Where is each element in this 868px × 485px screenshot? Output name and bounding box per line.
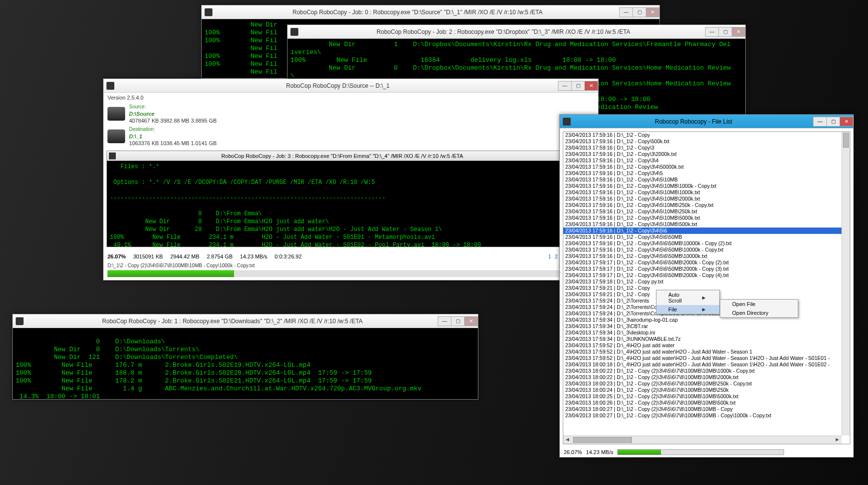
list-item[interactable]: 23/04/2013 18:00:22 | D:\_1\2 - Copy (2)… xyxy=(563,368,850,374)
close-button[interactable]: ✕ xyxy=(584,81,598,91)
list-item[interactable]: 23/04/2013 18:00:25 | D:\_1\2 - Copy (2)… xyxy=(563,393,850,400)
list-item[interactable]: 23/04/2013 18:00:22 | D:\_1\2 - Copy (2)… xyxy=(563,374,850,381)
titlebar-job1[interactable]: RoboCop RoboCopy - Job: 1 : Robocopy.exe… xyxy=(13,314,478,328)
scroll-right-icon[interactable]: ▶ xyxy=(833,436,842,444)
list-item[interactable]: 23/04/2013 18:00:23 | D:\_1\2 - Copy (2)… xyxy=(563,381,850,387)
list-item[interactable]: 23/04/2013 17:59:16 | D:\_1\2 - Copy\3\4… xyxy=(563,170,850,177)
menu-auto-scroll[interactable]: Auto Scroll ▶ xyxy=(657,290,719,305)
list-item[interactable]: 23/04/2013 17:59:16 | D:\_1\2 - Copy\3\4… xyxy=(563,208,850,215)
titlebar-filelist[interactable]: Robocop Robocopy - File List — ▢ ✕ xyxy=(560,115,853,128)
close-button[interactable]: ✕ xyxy=(840,117,853,127)
source-row: Source: D:\Source 4078467 KB 3982.88 MB … xyxy=(104,102,598,125)
list-item[interactable]: 23/04/2013 18:00:24 | D:\_1\2 - Copy (2)… xyxy=(563,387,850,393)
scroll-left-icon[interactable]: ◀ xyxy=(563,436,572,444)
list-item[interactable]: 23/04/2013 17:59:34 | D:\_3\UNKNOWABLE.t… xyxy=(563,336,850,342)
stat-kb: 3015091 KB xyxy=(133,254,163,259)
close-button[interactable]: ✕ xyxy=(646,7,659,17)
minimize-button[interactable]: — xyxy=(705,27,719,37)
stat-rate: 14.23 MB/s xyxy=(240,254,267,259)
titlebar-job0[interactable]: RoboCop RoboCopy - Job: 0 : Robocopy.exe… xyxy=(202,5,659,19)
list-item[interactable]: 23/04/2013 17:59:16 | D:\_1\2 - Copy\3\4… xyxy=(563,164,850,170)
list-item[interactable]: 23/04/2013 17:59:16 | D:\_1\2 - Copy\3\4… xyxy=(563,247,850,253)
list-item[interactable]: 23/04/2013 17:59:16 | D:\_1\2 - Copy\3\4… xyxy=(563,215,850,221)
list-item[interactable]: 23/04/2013 17:59:34 | D:\_3\desktop.ini xyxy=(563,330,850,336)
console-icon xyxy=(205,8,212,16)
maximize-button[interactable]: ▢ xyxy=(826,117,840,127)
list-item[interactable]: 23/04/2013 17:59:16 | D:\_1\2 - Copy\3 xyxy=(563,145,850,151)
submenu-arrow-icon: ▶ xyxy=(702,295,706,300)
list-item[interactable]: 23/04/2013 17:59:16 | D:\_1\2 - Copy\3\4… xyxy=(563,177,850,183)
list-item[interactable]: 23/04/2013 18:00:26 | D:\_1\2 - Copy (2)… xyxy=(563,400,850,406)
source-path: D:\Source xyxy=(129,110,217,117)
source-header: Source: xyxy=(129,103,217,110)
list-item[interactable]: 23/04/2013 18:00:18 | D:\_4\H2O just add… xyxy=(563,361,850,368)
list-item[interactable]: 23/04/2013 17:59:16 | D:\_1\2 - Copy\3\4… xyxy=(563,253,850,259)
drive-icon xyxy=(107,107,125,121)
minimize-button[interactable]: — xyxy=(438,316,451,326)
maximize-button[interactable]: ▢ xyxy=(451,316,465,326)
list-item[interactable]: 23/04/2013 17:59:16 | D:\_1\2 - Copy\3\4… xyxy=(563,196,850,202)
list-item[interactable]: 23/04/2013 17:59:16 | D:\_1\2 - Copy\3\4… xyxy=(563,189,850,196)
maximize-button[interactable]: ▢ xyxy=(632,7,646,17)
close-button[interactable]: ✕ xyxy=(464,316,478,326)
app-icon xyxy=(106,82,114,90)
context-menu[interactable]: Auto Scroll ▶ File ▶ xyxy=(656,290,720,314)
list-item[interactable]: 23/04/2013 17:59:52 | D:\_4\H2O just add… xyxy=(563,342,850,349)
minimize-button[interactable]: — xyxy=(619,7,633,17)
list-item[interactable]: 23/04/2013 17:59:16 | D:\_1\2 - Copy\3\2… xyxy=(563,151,850,157)
menu-file[interactable]: File ▶ xyxy=(657,305,719,314)
maximize-button[interactable]: ▢ xyxy=(571,81,585,91)
titlebar-job2[interactable]: RoboCop RoboCopy - Job: 2 : Robocopy.exe… xyxy=(288,25,745,39)
menu-label: File xyxy=(668,306,677,312)
list-item[interactable]: 23/04/2013 17:59:16 | D:\_1\2 - Copy\3\4… xyxy=(563,240,850,247)
dest-stats: 1063376 KB 1038.45 MB 1.0141 GB xyxy=(129,140,217,147)
progress-percent: 26.07% xyxy=(107,254,126,259)
list-item[interactable]: 23/04/2013 17:59:17 | D:\_1\2 - Copy\3\4… xyxy=(563,259,850,266)
scroll-thumb[interactable] xyxy=(843,133,849,148)
titlebar-main[interactable]: RoboCop RoboCopy D:\Source -- D:\_1 — ▢ … xyxy=(104,79,598,93)
source-stats: 4078467 KB 3982.88 MB 3.8895 GB xyxy=(129,117,217,124)
list-item[interactable]: 23/04/2013 17:59:17 | D:\_1\2 - Copy\3\4… xyxy=(563,272,850,279)
minimize-button[interactable]: — xyxy=(813,117,827,127)
list-item[interactable]: 23/04/2013 18:00:27 | D:\_1\2 - Copy (2)… xyxy=(563,406,850,412)
title-job0: RoboCop RoboCopy - Job: 0 : Robocopy.exe… xyxy=(215,9,620,16)
scrollbar-vertical[interactable] xyxy=(842,132,850,435)
list-item[interactable]: 23/04/2013 17:59:16 | D:\_1\2 - Copy xyxy=(563,132,850,138)
list-item[interactable]: 23/04/2013 17:59:17 | D:\_1\2 - Copy\3\4… xyxy=(563,266,850,272)
list-item[interactable]: 23/04/2013 17:59:16 | D:\_1\2 - Copy\3\4… xyxy=(563,183,850,189)
list-item[interactable]: 23/04/2013 18:00:27 | D:\_1\2 - Copy (2)… xyxy=(563,412,850,419)
main-window[interactable]: RoboCop RoboCopy D:\Source -- D:\_1 — ▢ … xyxy=(103,78,599,281)
filelist-box[interactable]: 23/04/2013 17:59:16 | D:\_1\2 - Copy23/0… xyxy=(563,131,850,444)
scroll-thumb[interactable] xyxy=(573,437,632,443)
close-button[interactable]: ✕ xyxy=(732,27,745,37)
scrollbar-horizontal[interactable]: ◀ ▶ xyxy=(563,435,842,444)
minimize-button[interactable]: — xyxy=(558,81,572,91)
menu-label: Open Directory xyxy=(732,310,768,316)
list-item[interactable]: 23/04/2013 17:59:16 | D:\_1\2 - Copy\500… xyxy=(563,138,850,145)
footer-progress xyxy=(617,449,784,455)
list-item[interactable]: 23/04/2013 17:59:18 | D:\_1\2 - Copy py.… xyxy=(563,279,850,285)
filelist-window[interactable]: Robocop Robocopy - File List — ▢ ✕ 23/04… xyxy=(559,114,854,458)
context-submenu-file[interactable]: Open File Open Directory xyxy=(720,299,798,318)
dest-header: Destination: xyxy=(129,126,217,133)
list-item[interactable]: 23/04/2013 17:59:16 | D:\_1\2 - Copy\3\4… xyxy=(563,221,850,228)
console-window-job1[interactable]: RoboCop RoboCopy - Job: 1 : Robocopy.exe… xyxy=(12,314,478,400)
embedded-console: RoboCop RoboCopy - Job: 3 : Robocopy.exe… xyxy=(106,151,595,247)
list-item[interactable]: 23/04/2013 17:59:52 | D:\_4\H2O just add… xyxy=(563,355,850,361)
app-icon xyxy=(563,118,571,126)
list-item[interactable]: 23/04/2013 17:59:16 | D:\_1\2 - Copy\3\4 xyxy=(563,157,850,164)
footer-percent: 26.07% xyxy=(564,449,582,455)
version-label: Version 2.5.4.0 xyxy=(104,93,598,102)
menu-open-file[interactable]: Open File xyxy=(720,300,798,308)
maximize-button[interactable]: ▢ xyxy=(718,27,732,37)
list-item[interactable]: 23/04/2013 17:59:52 | D:\_4\H2O just add… xyxy=(563,349,850,355)
pager-link[interactable]: 1 xyxy=(548,254,551,259)
list-item[interactable]: 23/04/2013 17:59:34 | D:\_3\CBT.rar xyxy=(563,323,850,330)
pager-link[interactable]: 2 xyxy=(554,254,557,259)
list-item[interactable]: 23/04/2013 17:59:34 | D:\_3\airodump-log… xyxy=(563,317,850,323)
menu-open-directory[interactable]: Open Directory xyxy=(720,308,798,317)
list-item[interactable]: 23/04/2013 17:59:16 | D:\_1\2 - Copy\3\4… xyxy=(563,202,850,208)
list-item[interactable]: 23/04/2013 17:59:16 | D:\_1\2 - Copy\3\4… xyxy=(563,228,850,234)
embedded-titlebar[interactable]: RoboCop RoboCopy - Job: 3 : Robocopy.exe… xyxy=(107,151,595,161)
list-item[interactable]: 23/04/2013 17:59:16 | D:\_1\2 - Copy\3\4… xyxy=(563,234,850,240)
